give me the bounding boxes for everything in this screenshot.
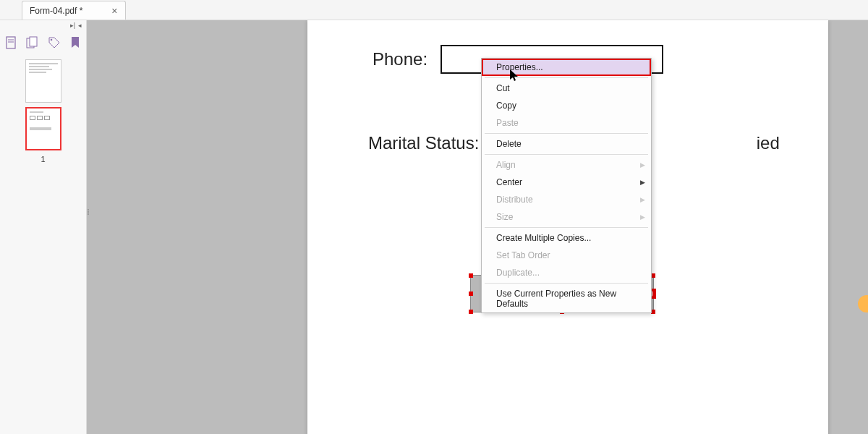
menu-item-properties[interactable]: Properties... [482, 59, 651, 76]
workspace: ▸| ◂ [0, 20, 868, 434]
close-icon[interactable]: × [111, 5, 117, 17]
marital-text-suffix: ied [757, 133, 780, 153]
tab-title: Form-04.pdf * [30, 6, 82, 16]
menu-item-set-tab-order: Set Tab Order [482, 247, 651, 264]
resize-handle-bl[interactable] [469, 310, 473, 314]
page-duplicate-icon[interactable] [26, 36, 39, 49]
thumbnail-panel: 1 [0, 55, 86, 168]
menu-item-size: Size▶ [482, 208, 651, 226]
menu-separator [485, 154, 648, 155]
page-icon[interactable] [4, 36, 17, 49]
menu-item-copy[interactable]: Copy [482, 97, 651, 114]
marital-label: Marital Status: [368, 133, 479, 153]
bookmark-icon[interactable] [69, 36, 82, 49]
panel-collapse-icon[interactable]: ▸| [70, 22, 75, 29]
svg-point-5 [50, 39, 52, 41]
chevron-right-icon: ▶ [640, 213, 645, 221]
thumbnail-page-number: 1 [41, 155, 45, 163]
tag-icon[interactable] [48, 36, 61, 49]
context-menu: Properties...CutCopyPasteDeleteAlign▶Cen… [481, 58, 652, 313]
panel-expand-icon[interactable]: ◂ [78, 22, 82, 29]
menu-item-use-current-properties-as-new-defaults[interactable]: Use Current Properties as New Defaults [482, 285, 651, 312]
menu-separator [485, 133, 648, 134]
left-panel: ▸| ◂ [0, 20, 87, 434]
svg-rect-4 [30, 37, 37, 46]
menu-separator [485, 227, 648, 228]
menu-item-center[interactable]: Center▶ [482, 174, 651, 191]
chevron-right-icon: ▶ [640, 196, 645, 203]
phone-label: Phone: [373, 49, 427, 69]
menu-item-align: Align▶ [482, 156, 651, 174]
resize-handle-ml[interactable] [469, 292, 473, 296]
menu-item-paste: Paste [482, 114, 651, 132]
panel-toolbar [0, 30, 86, 55]
chevron-right-icon: ▶ [640, 161, 645, 169]
document-tab[interactable]: Form-04.pdf * × [22, 1, 126, 20]
menu-separator [485, 77, 648, 78]
panel-splitter[interactable] [87, 208, 90, 223]
menu-item-create-multiple-copies[interactable]: Create Multiple Copies... [482, 229, 651, 247]
menu-item-distribute: Distribute▶ [482, 191, 651, 208]
menu-item-cut[interactable]: Cut [482, 80, 651, 97]
resize-handle-tl[interactable] [469, 273, 473, 278]
chevron-right-icon: ▶ [640, 179, 645, 186]
svg-rect-0 [7, 37, 15, 48]
tab-bar: Form-04.pdf * × [0, 0, 868, 20]
menu-item-delete[interactable]: Delete [482, 135, 651, 153]
panel-collapse-controls: ▸| ◂ [0, 20, 86, 30]
menu-separator [485, 283, 648, 284]
canvas[interactable]: Phone: Marital Status: Ma ied Push Butto… [87, 20, 868, 434]
page-thumbnail-1[interactable] [25, 107, 61, 150]
page-thumbnail-1-upper[interactable] [25, 59, 61, 103]
menu-item-duplicate: Duplicate... [482, 264, 651, 281]
